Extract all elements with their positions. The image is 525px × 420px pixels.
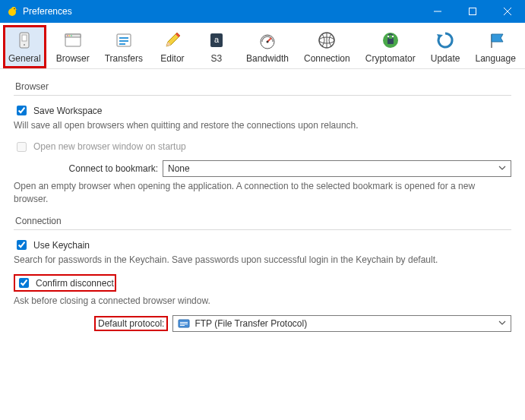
default-protocol-label: Default protocol: [98,318,164,329]
tab-label: Update [431,53,460,64]
tab-general[interactable]: General [3,25,46,68]
window-controls [420,0,525,23]
divider [14,95,511,96]
ftp-icon [178,317,190,330]
tab-language[interactable]: Language [470,25,520,68]
tab-label: Editor [160,53,184,64]
open-new-window-input [17,142,27,152]
tab-s3[interactable]: a S3 [197,25,236,68]
connect-bookmark-label: Connect to bookmark: [14,163,158,174]
update-icon [434,29,457,52]
transfers-icon [112,29,135,52]
svg-point-30 [392,36,394,37]
tab-label: Transfers [105,53,143,64]
svg-point-29 [387,36,389,37]
open-new-window-label: Open new browser window on startup [33,141,186,152]
svg-rect-16 [119,37,128,39]
svg-rect-4 [470,8,476,15]
confirm-disconnect-input[interactable] [19,278,29,288]
confirm-disconnect-highlight: Confirm disconnect [14,274,116,292]
tab-label: Connection [304,53,350,64]
use-keychain-input[interactable] [17,240,27,250]
save-workspace-input[interactable] [17,106,27,115]
svg-point-14 [71,35,72,36]
preferences-toolbar: General Browser Transfers Editor a S3 Ba… [0,23,525,69]
tab-label: S3 [211,53,223,64]
app-icon [6,5,18,17]
svg-rect-8 [22,35,27,41]
tab-label: General [8,53,41,64]
tab-bandwidth[interactable]: Bandwidth [241,25,294,68]
save-workspace-checkbox[interactable]: Save Workspace [14,103,511,118]
preferences-content: Browser Save Workspace Will save all ope… [0,69,525,343]
minimize-button[interactable] [420,0,455,23]
connect-bookmark-select[interactable]: None [163,160,511,177]
cryptomator-icon [379,29,402,52]
chevron-down-icon [498,163,506,174]
svg-rect-34 [180,324,188,324]
group-browser-label: Browser [15,81,511,92]
use-keychain-label: Use Keychain [33,240,90,251]
svg-point-1 [11,7,16,11]
svg-point-9 [24,44,25,46]
tab-cryptomator[interactable]: Cryptomator [360,25,421,68]
window-title: Preferences [23,6,420,17]
svg-rect-33 [180,322,188,323]
tab-label: Browser [56,53,90,64]
save-workspace-desc: Will save all open browsers when quittin… [14,119,511,132]
chevron-down-icon [498,318,506,329]
default-protocol-select[interactable]: FTP (File Transfer Protocol) [172,315,511,332]
tab-label: Bandwidth [246,53,289,64]
connect-bookmark-value: None [168,163,190,174]
use-keychain-checkbox[interactable]: Use Keychain [14,238,511,252]
svg-rect-35 [180,325,185,326]
default-protocol-highlight: Default protocol: [94,316,168,331]
tab-browser[interactable]: Browser [51,25,95,68]
s3-icon: a [205,29,228,52]
close-button[interactable] [490,0,525,23]
tab-connection[interactable]: Connection [299,25,356,68]
tab-transfers[interactable]: Transfers [100,25,148,68]
svg-point-2 [14,8,15,10]
confirm-disconnect-checkbox[interactable]: Confirm disconnect [16,276,114,290]
svg-rect-17 [119,40,128,42]
tab-editor[interactable]: Editor [153,25,192,68]
maximize-button[interactable] [455,0,490,23]
svg-point-12 [67,35,68,36]
svg-rect-18 [119,43,125,45]
svg-text:a: a [214,35,220,44]
svg-rect-28 [387,39,394,44]
tab-update[interactable]: Update [425,25,466,68]
bandwidth-icon [256,29,279,52]
editor-icon [161,29,184,52]
tab-label: Language [475,53,515,64]
divider [14,229,511,230]
confirm-disconnect-desc: Ask before closing a connected browser w… [14,295,511,308]
confirm-disconnect-label: Confirm disconnect [36,278,114,289]
tab-label: Cryptomator [365,53,416,64]
default-protocol-value: FTP (File Transfer Protocol) [195,318,307,329]
browser-icon [62,29,84,52]
save-workspace-label: Save Workspace [33,106,103,116]
titlebar: Preferences [0,0,525,23]
connection-icon [315,29,338,52]
svg-point-23 [266,41,268,43]
svg-point-13 [68,35,70,36]
language-icon [484,29,507,52]
group-connection-label: Connection [15,216,511,226]
open-new-window-checkbox: Open new browser window on startup [14,140,511,154]
connect-bookmark-desc: Open an empty browser when opening the a… [14,180,511,206]
general-icon [13,29,36,52]
use-keychain-desc: Search for passwords in the Keychain. Sa… [14,254,511,267]
